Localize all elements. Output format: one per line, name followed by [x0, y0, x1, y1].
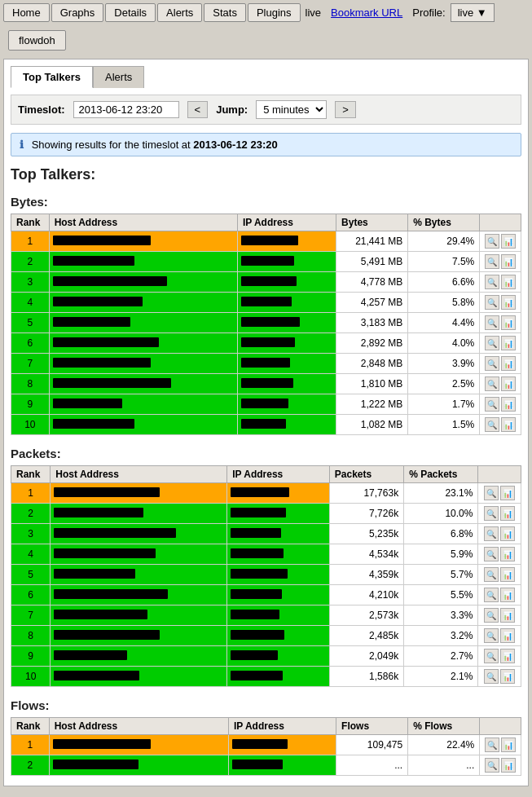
action-cell: 🔍📊	[478, 483, 521, 504]
search-btn[interactable]: 🔍	[485, 397, 499, 412]
jump-select[interactable]: 5 minutes	[256, 100, 327, 119]
search-btn[interactable]: 🔍	[485, 295, 499, 310]
nav-details[interactable]: Details	[105, 3, 156, 22]
ip-bar	[241, 358, 290, 368]
nav-graphs[interactable]: Graphs	[51, 3, 104, 22]
ip-bar	[231, 630, 284, 640]
host-bar	[53, 317, 130, 327]
nav-alerts[interactable]: Alerts	[157, 3, 202, 22]
search-btn[interactable]: 🔍	[485, 376, 499, 391]
nav-profile-dropdown[interactable]: live ▼	[451, 3, 495, 22]
search-btn[interactable]: 🔍	[484, 547, 499, 561]
search-btn[interactable]: 🔍	[484, 649, 499, 663]
host-cell	[51, 483, 227, 504]
graph-btn[interactable]: 📊	[501, 295, 516, 310]
host-cell	[51, 605, 227, 626]
host-bar	[54, 528, 176, 538]
search-btn[interactable]: 🔍	[485, 738, 499, 752]
timeslot-prev[interactable]: <	[187, 101, 209, 118]
flows-col-rank: Rank	[11, 718, 50, 735]
search-btn[interactable]: 🔍	[484, 628, 499, 643]
graph-btn[interactable]: 📊	[500, 608, 515, 623]
packets-table: Rank Host Address IP Address Packets % P…	[11, 465, 521, 687]
nav-home[interactable]: Home	[3, 3, 50, 22]
action-cell: 🔍📊	[480, 293, 521, 313]
ip-bar	[241, 419, 286, 429]
graph-btn[interactable]: 📊	[501, 397, 516, 412]
pct-cell: 2.5%	[408, 374, 480, 394]
search-btn[interactable]: 🔍	[484, 526, 499, 541]
search-btn[interactable]: 🔍	[484, 588, 499, 602]
host-cell	[49, 394, 237, 415]
graph-btn[interactable]: 📊	[501, 376, 516, 391]
host-bar	[53, 378, 171, 388]
table-row: 4 4,257 MB 5.8% 🔍📊	[11, 293, 521, 313]
search-btn[interactable]: 🔍	[485, 254, 499, 269]
graph-btn[interactable]: 📊	[501, 275, 516, 289]
graph-btn[interactable]: 📊	[501, 356, 516, 371]
search-btn[interactable]: 🔍	[484, 506, 499, 521]
search-btn[interactable]: 🔍	[485, 758, 499, 773]
graph-btn[interactable]: 📊	[500, 547, 515, 561]
graph-btn[interactable]: 📊	[501, 336, 516, 350]
graph-btn[interactable]: 📊	[500, 669, 515, 684]
search-btn[interactable]: 🔍	[485, 275, 499, 289]
pct-cell: 10.0%	[404, 504, 478, 524]
nav-plugins[interactable]: Plugins	[248, 3, 301, 22]
graph-btn[interactable]: 📊	[500, 567, 515, 582]
title-bar: flowdoh	[0, 25, 532, 55]
graph-btn[interactable]: 📊	[501, 417, 516, 432]
graph-btn[interactable]: 📊	[500, 506, 515, 521]
search-btn[interactable]: 🔍	[485, 234, 499, 249]
nav-live-label: live	[302, 4, 325, 21]
search-btn[interactable]: 🔍	[484, 567, 499, 582]
info-icon: ℹ	[20, 139, 24, 151]
rank-cell: 10	[11, 667, 51, 687]
graph-btn[interactable]: 📊	[501, 758, 516, 773]
graph-btn[interactable]: 📊	[501, 738, 516, 752]
host-bar	[54, 548, 156, 558]
nav-stats[interactable]: Stats	[204, 3, 246, 22]
graph-btn[interactable]: 📊	[500, 649, 515, 663]
ip-cell	[237, 394, 336, 415]
timeslot-next[interactable]: >	[335, 101, 356, 118]
value-cell: 1,810 MB	[336, 374, 408, 394]
ip-cell	[227, 504, 330, 524]
host-cell	[51, 565, 227, 585]
title-button[interactable]: flowdoh	[8, 30, 66, 51]
search-btn[interactable]: 🔍	[485, 315, 499, 330]
graph-btn[interactable]: 📊	[500, 486, 515, 500]
search-btn[interactable]: 🔍	[485, 417, 499, 432]
search-btn[interactable]: 🔍	[485, 336, 499, 350]
host-cell	[49, 755, 228, 776]
rank-cell: 6	[11, 585, 51, 605]
graph-btn[interactable]: 📊	[501, 234, 516, 249]
action-cell: 🔍📊	[478, 565, 521, 585]
table-row: 10 1,082 MB 1.5% 🔍📊	[11, 415, 521, 435]
nav-bookmark-url[interactable]: Bookmark URL	[326, 4, 407, 21]
graph-btn[interactable]: 📊	[500, 588, 515, 602]
action-cell: 🔍📊	[480, 231, 521, 252]
host-bar	[54, 487, 160, 497]
action-cell: 🔍📊	[480, 415, 521, 435]
graph-btn[interactable]: 📊	[501, 254, 516, 269]
table-row: 9 2,049k 2.7% 🔍📊	[11, 646, 521, 667]
search-btn[interactable]: 🔍	[484, 608, 499, 623]
graph-btn[interactable]: 📊	[501, 315, 516, 330]
tab-alerts[interactable]: Alerts	[93, 66, 144, 88]
value-cell: 4,257 MB	[336, 293, 408, 313]
search-btn[interactable]: 🔍	[484, 486, 499, 500]
table-row: 4 4,534k 5.9% 🔍📊	[11, 544, 521, 565]
host-cell	[49, 272, 237, 293]
graph-btn[interactable]: 📊	[500, 628, 515, 643]
action-cell: 🔍📊	[478, 524, 521, 544]
tab-top-talkers[interactable]: Top Talkers	[11, 66, 93, 88]
timeslot-input[interactable]	[73, 101, 179, 118]
pct-cell: 4.4%	[408, 313, 480, 333]
graph-btn[interactable]: 📊	[500, 526, 515, 541]
value-cell: 3,183 MB	[336, 313, 408, 333]
host-cell	[51, 667, 227, 687]
ip-cell	[237, 231, 336, 252]
search-btn[interactable]: 🔍	[485, 356, 499, 371]
search-btn[interactable]: 🔍	[484, 669, 499, 684]
